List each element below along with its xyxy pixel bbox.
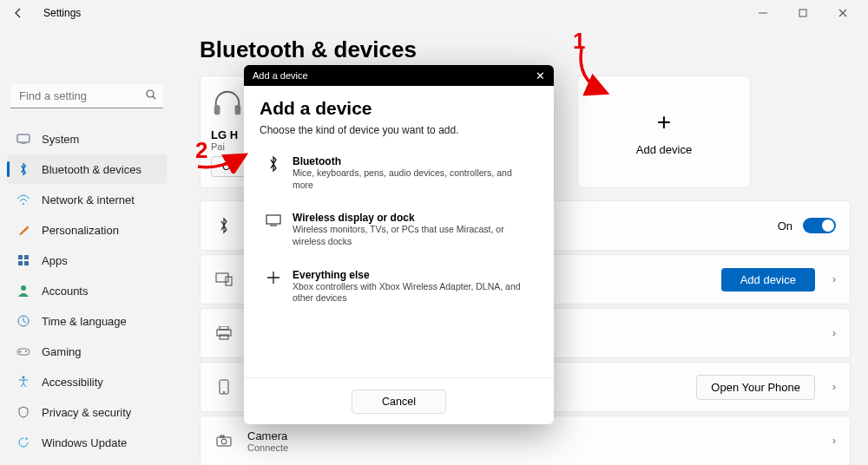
sidebar-item-apps[interactable]: Apps	[7, 246, 167, 275]
maximize-button[interactable]	[783, 0, 823, 26]
search-wrap	[10, 84, 163, 108]
add-device-label: Add device	[636, 143, 692, 156]
add-device-button[interactable]: Add device	[721, 268, 815, 291]
annotation-step-2: 2	[195, 137, 207, 164]
plus-icon: +	[657, 108, 671, 136]
row-title: Camera	[247, 429, 288, 442]
sidebar-item-accounts[interactable]: Accounts	[7, 276, 167, 305]
svg-rect-8	[24, 255, 29, 259]
apps-icon	[16, 252, 31, 268]
sidebar-item-label: Accounts	[42, 285, 88, 298]
open-phone-button[interactable]: Open Your Phone	[696, 375, 815, 400]
modal-title: Add a device	[260, 98, 538, 119]
option-title: Bluetooth	[293, 155, 533, 167]
display-icon	[265, 212, 282, 229]
sidebar-nav: SystemBluetooth & devicesNetwork & inter…	[5, 124, 168, 457]
sidebar-item-label: Privacy & security	[42, 406, 131, 419]
printer-icon	[214, 324, 233, 343]
back-button[interactable]	[5, 0, 31, 26]
chevron-right-icon: ›	[832, 381, 836, 393]
time-language-icon	[16, 313, 31, 329]
device-name: LG H	[211, 128, 238, 141]
sidebar-item-label: Windows Update	[42, 436, 127, 449]
window-controls	[743, 0, 863, 26]
devices-icon	[214, 270, 233, 289]
update-icon	[16, 435, 31, 450]
sidebar-item-network-internet[interactable]: Network & internet	[7, 185, 167, 214]
sidebar-item-system[interactable]: System	[7, 124, 167, 154]
svg-point-11	[21, 285, 26, 291]
system-icon	[16, 131, 31, 147]
option-title: Wireless display or dock	[293, 212, 533, 224]
chevron-right-icon: ›	[832, 435, 836, 447]
chevron-right-icon: ›	[832, 327, 836, 339]
window-title: Settings	[43, 7, 81, 19]
modal-option-wireless-display[interactable]: Wireless display or dockWireless monitor…	[260, 201, 538, 258]
modal-header: Add a device ✕	[244, 65, 554, 86]
device-status: Pai	[211, 141, 225, 152]
sidebar-item-label: Apps	[42, 254, 68, 267]
row-sub: Connecte	[247, 442, 288, 453]
option-sub: Xbox controllers with Xbox Wireless Adap…	[293, 281, 533, 305]
svg-line-3	[153, 96, 155, 99]
option-sub: Mice, keyboards, pens, audio devices, co…	[293, 167, 533, 191]
svg-rect-9	[18, 261, 23, 265]
chevron-right-icon: ›	[832, 273, 836, 285]
search-icon	[146, 89, 156, 102]
sidebar-item-label: System	[42, 133, 79, 146]
modal-header-title: Add a device	[253, 70, 308, 81]
cancel-button[interactable]: Cancel	[352, 390, 446, 414]
accessibility-icon	[16, 374, 31, 390]
gaming-icon	[16, 344, 31, 359]
headphones-icon	[211, 87, 244, 120]
camera-icon	[214, 431, 233, 450]
add-device-modal: Add a device ✕ Add a device Choose the k…	[244, 65, 554, 424]
search-input[interactable]	[10, 84, 163, 108]
svg-rect-4	[17, 134, 30, 142]
svg-rect-20	[220, 326, 228, 330]
svg-point-6	[23, 203, 24, 205]
svg-rect-10	[24, 261, 29, 265]
svg-point-26	[221, 439, 227, 444]
minimize-button[interactable]	[743, 0, 783, 26]
bluetooth-icon	[265, 155, 282, 173]
sidebar-item-time-language[interactable]: Time & language	[7, 306, 167, 336]
personalization-icon	[16, 222, 31, 238]
phone-icon	[214, 377, 233, 396]
page-title: Bluetooth & devices	[200, 36, 851, 63]
sidebar-item-windows-update[interactable]: Windows Update	[7, 428, 167, 457]
svg-point-24	[223, 391, 225, 393]
close-button[interactable]	[823, 0, 863, 26]
modal-option-bluetooth[interactable]: BluetoothMice, keyboards, pens, audio de…	[260, 145, 538, 201]
svg-point-2	[147, 90, 154, 97]
sidebar-item-privacy-security[interactable]: Privacy & security	[7, 397, 167, 427]
add-device-card[interactable]: + Add device	[577, 75, 751, 188]
svg-point-15	[23, 377, 25, 379]
modal-subtitle: Choose the kind of device you want to ad…	[260, 124, 538, 136]
annotation-step-1: 1	[573, 28, 585, 55]
sidebar-item-gaming[interactable]: Gaming	[7, 337, 167, 366]
svg-rect-7	[18, 255, 23, 259]
arrow-left-icon	[12, 7, 24, 19]
bluetooth-icon	[16, 161, 31, 177]
modal-option-everything-else[interactable]: Everything elseXbox controllers with Xbo…	[260, 259, 538, 315]
sidebar-item-personalization[interactable]: Personalization	[7, 215, 167, 245]
modal-footer: Cancel	[244, 377, 554, 424]
svg-rect-30	[266, 215, 280, 224]
accounts-icon	[16, 283, 31, 298]
sidebar-item-bluetooth-devices[interactable]: Bluetooth & devices	[7, 154, 167, 184]
network-icon	[16, 192, 31, 207]
sidebar-item-label: Personalization	[42, 224, 119, 237]
sidebar-item-label: Bluetooth & devices	[42, 163, 141, 176]
sidebar: SystemBluetooth & devicesNetwork & inter…	[0, 26, 174, 465]
toggle-label: On	[778, 219, 792, 232]
connect-button[interactable]: Co	[211, 156, 247, 177]
svg-rect-16	[214, 105, 220, 115]
sidebar-item-label: Network & internet	[42, 193, 135, 206]
sidebar-item-accessibility[interactable]: Accessibility	[7, 367, 167, 396]
bluetooth-toggle[interactable]	[803, 218, 836, 233]
modal-close-button[interactable]: ✕	[536, 69, 545, 82]
svg-rect-18	[216, 273, 228, 282]
option-title: Everything else	[293, 269, 533, 281]
bluetooth-icon	[214, 216, 233, 235]
